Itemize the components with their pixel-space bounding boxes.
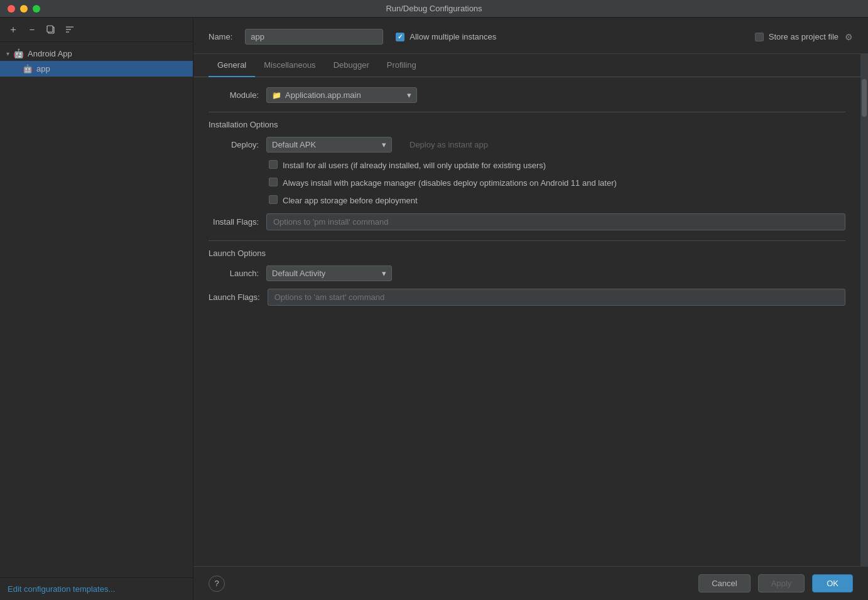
chevron-down-icon: ▾	[407, 90, 411, 100]
module-label: Module:	[209, 90, 259, 100]
remove-config-button[interactable]: －	[25, 23, 39, 36]
sidebar: ＋ － ▾ 🤖 Android App	[0, 18, 193, 600]
config-content: General Miscellaneous Debugger Profiling…	[193, 54, 860, 566]
installation-section-title: Installation Options	[209, 120, 845, 129]
module-dropdown[interactable]: 📁 Application.app.main ▾	[266, 87, 417, 103]
window-title: Run/Debug Configurations	[386, 4, 482, 13]
chevron-down-icon: ▾	[382, 140, 386, 149]
help-button[interactable]: ?	[209, 576, 225, 592]
name-label: Name:	[209, 32, 232, 41]
divider-2	[209, 240, 845, 241]
apply-button[interactable]: Apply	[758, 574, 805, 592]
installation-options-section: Installation Options Deploy: Default APK…	[209, 120, 845, 230]
always-install-row: Always install with package manager (dis…	[209, 178, 845, 189]
module-icon: 📁	[272, 91, 281, 100]
clear-storage-label: Clear app storage before deployment	[283, 195, 418, 206]
launch-flags-label: Launch Flags:	[209, 292, 260, 302]
maximize-button[interactable]	[33, 5, 40, 13]
config-sections: Module: 📁 Application.app.main ▾ Install…	[193, 77, 860, 323]
android-app-icon: 🤖	[23, 64, 33, 73]
launch-row: Launch: Default Activity ▾	[209, 265, 845, 281]
tab-debugger[interactable]: Debugger	[325, 54, 378, 77]
content-with-scroll: General Miscellaneous Debugger Profiling…	[193, 54, 868, 566]
store-project-label: Store as project file	[769, 32, 838, 41]
deploy-value: Default APK	[272, 140, 378, 149]
main-layout: ＋ － ▾ 🤖 Android App	[0, 18, 868, 600]
config-header: Name: Allow multiple instances Store as …	[193, 18, 868, 54]
install-all-users-label: Install for all users (if already instal…	[283, 160, 546, 171]
traffic-lights	[8, 5, 40, 13]
launch-label: Launch:	[209, 269, 259, 278]
divider-1	[209, 112, 845, 112]
close-button[interactable]	[8, 5, 15, 13]
scrollbar-thumb[interactable]	[862, 79, 867, 117]
launch-flags-input[interactable]	[268, 289, 845, 306]
install-flags-row: Install Flags:	[209, 213, 845, 230]
allow-multiple-checkbox[interactable]	[396, 33, 404, 41]
clear-storage-row: Clear app storage before deployment	[209, 195, 845, 206]
sidebar-item-app[interactable]: 🤖 app	[0, 61, 193, 77]
add-config-button[interactable]: ＋	[6, 23, 20, 36]
always-install-label: Always install with package manager (dis…	[283, 178, 617, 189]
launch-options-section: Launch Options Launch: Default Activity …	[209, 249, 845, 306]
launch-value: Default Activity	[272, 269, 378, 278]
group-label: Android App	[28, 49, 72, 58]
always-install-checkbox[interactable]	[269, 178, 278, 186]
launch-dropdown[interactable]: Default Activity ▾	[266, 265, 392, 281]
tab-profiling[interactable]: Profiling	[378, 54, 425, 77]
chevron-down-icon: ▾	[382, 269, 386, 278]
copy-config-button[interactable]	[44, 23, 58, 36]
store-project-checkbox[interactable]	[755, 33, 764, 41]
sidebar-footer: Edit configuration templates...	[0, 577, 193, 600]
titlebar: Run/Debug Configurations	[0, 0, 868, 18]
tab-miscellaneous[interactable]: Miscellaneous	[255, 54, 324, 77]
install-all-users-row: Install for all users (if already instal…	[209, 160, 845, 171]
install-flags-label: Install Flags:	[209, 217, 259, 227]
sidebar-item-label: app	[36, 64, 50, 73]
ok-button[interactable]: OK	[812, 574, 853, 592]
store-project-group: Store as project file ⚙	[755, 32, 853, 42]
tab-general[interactable]: General	[209, 54, 255, 77]
tabs-bar: General Miscellaneous Debugger Profiling	[193, 54, 860, 77]
android-icon: 🤖	[13, 48, 24, 58]
svg-rect-1	[47, 26, 53, 32]
minimize-button[interactable]	[20, 5, 28, 13]
deploy-row: Deploy: Default APK ▾ Deploy as instant …	[209, 137, 845, 153]
install-all-users-checkbox[interactable]	[269, 160, 278, 169]
content-area: Name: Allow multiple instances Store as …	[193, 18, 868, 600]
chevron-down-icon: ▾	[6, 50, 9, 57]
deploy-label: Deploy:	[209, 140, 259, 149]
deploy-dropdown[interactable]: Default APK ▾	[266, 137, 392, 153]
allow-multiple-label: Allow multiple instances	[410, 32, 496, 41]
cancel-button[interactable]: Cancel	[698, 574, 750, 592]
edit-templates-link[interactable]: Edit configuration templates...	[8, 584, 115, 594]
module-value: Application.app.main	[285, 90, 403, 100]
bottom-bar: ? Cancel Apply OK	[193, 566, 868, 600]
gear-icon[interactable]: ⚙	[845, 32, 853, 42]
sidebar-group-android-app[interactable]: ▾ 🤖 Android App	[0, 46, 193, 61]
scrollbar-track	[860, 54, 868, 566]
launch-section-title: Launch Options	[209, 249, 845, 258]
clear-storage-checkbox[interactable]	[269, 195, 278, 204]
allow-multiple-group: Allow multiple instances	[396, 32, 496, 41]
sort-config-button[interactable]	[63, 23, 77, 36]
name-input[interactable]	[245, 29, 383, 45]
deploy-instant-app-label: Deploy as instant app	[410, 140, 488, 149]
install-flags-input[interactable]	[266, 213, 845, 230]
sidebar-content: ▾ 🤖 Android App 🤖 app	[0, 42, 193, 577]
launch-flags-row: Launch Flags:	[209, 289, 845, 306]
module-row: Module: 📁 Application.app.main ▾	[209, 87, 845, 103]
sidebar-toolbar: ＋ －	[0, 18, 193, 42]
